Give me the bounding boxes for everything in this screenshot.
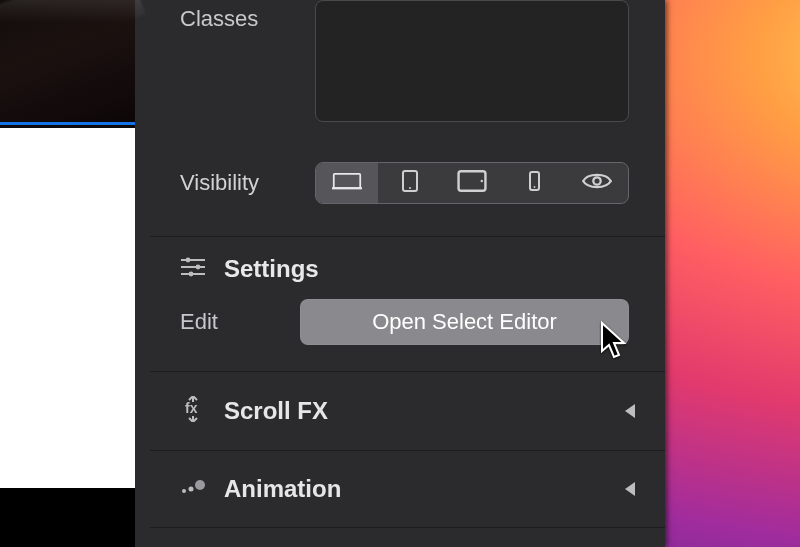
svg-point-10 [186,258,191,263]
visibility-segmented-control [315,162,629,204]
svg-point-18 [195,480,205,490]
edit-label: Edit [180,309,300,335]
svg-point-3 [409,187,411,189]
visibility-option-tablet-portrait[interactable] [441,163,503,203]
classes-label: Classes [180,0,315,32]
inspector-column: Classes Visibility [150,0,665,547]
svg-point-16 [182,489,186,493]
collapse-chevron-icon [625,404,635,418]
svg-point-14 [189,272,194,277]
open-select-editor-button[interactable]: Open Select Editor [300,299,629,345]
edit-row: Edit Open Select Editor [150,295,665,371]
animation-section-header[interactable]: Animation [150,451,665,527]
svg-point-5 [481,180,483,182]
svg-point-17 [189,487,194,492]
next-section-header-partial[interactable] [150,528,665,547]
animation-title: Animation [224,475,341,503]
classes-input[interactable] [315,0,629,122]
tablet-landscape-icon [402,170,418,196]
scroll-fx-icon: fx [180,396,206,426]
collapse-chevron-icon [625,482,635,496]
eye-icon [582,170,612,196]
canvas-preview-strip [0,0,135,547]
sliders-icon [180,255,206,283]
canvas-preview-page[interactable] [0,128,135,488]
scroll-fx-title: Scroll FX [224,397,328,425]
classes-row: Classes [150,0,665,122]
svg-point-12 [196,265,201,270]
visibility-option-visible[interactable] [566,163,628,203]
svg-point-8 [593,177,600,184]
svg-text:fx: fx [185,400,198,416]
svg-rect-1 [332,187,362,189]
canvas-preview-selected[interactable] [0,0,135,125]
animation-icon [180,477,208,501]
inspector-panel: Classes Visibility [0,0,665,547]
tablet-portrait-icon [457,170,487,196]
settings-section-header[interactable]: Settings [150,237,665,295]
svg-point-7 [534,186,536,188]
desktop-icon [332,170,362,196]
svg-rect-0 [334,174,360,188]
visibility-option-tablet-landscape[interactable] [378,163,440,203]
scroll-fx-section-header[interactable]: fx Scroll FX [150,372,665,450]
visibility-row: Visibility [150,162,665,204]
settings-title: Settings [224,255,319,283]
visibility-option-mobile[interactable] [503,163,565,203]
visibility-label: Visibility [180,170,315,196]
mobile-icon [529,171,540,195]
visibility-option-desktop[interactable] [316,163,378,203]
canvas-preview-dark [0,488,135,547]
